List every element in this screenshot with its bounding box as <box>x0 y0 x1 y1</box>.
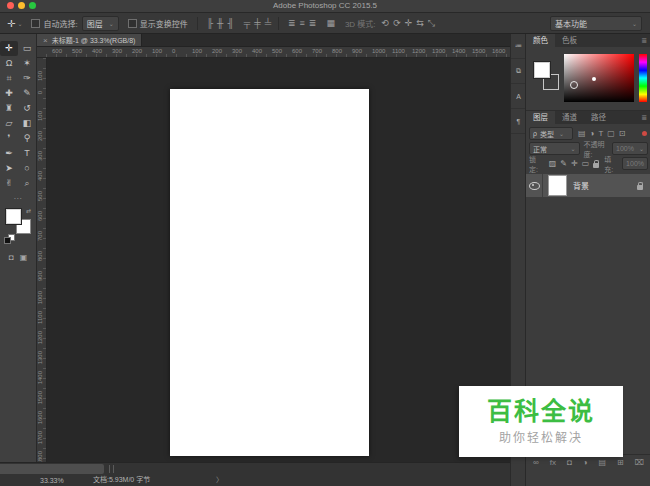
panel-menu-icon[interactable]: ≣ <box>641 111 650 124</box>
move-tool[interactable]: ✛ <box>0 41 18 56</box>
zoom-percent-field[interactable]: 33.33% <box>40 477 64 484</box>
new-group-icon[interactable]: ▤ <box>599 459 607 467</box>
layer-filter-toggle[interactable] <box>642 131 647 136</box>
vertical-ruler[interactable]: 1000100200300400500600700800900100011001… <box>37 58 47 462</box>
layer-effects-icon[interactable]: fx <box>550 459 556 467</box>
eye-icon[interactable] <box>529 182 540 190</box>
dodge-tool[interactable]: ⚲ <box>18 131 36 146</box>
align-bottom-edges-icon[interactable]: ╧ <box>265 19 271 28</box>
link-layers-icon[interactable]: ∞ <box>533 459 539 467</box>
auto-select-checkbox[interactable] <box>31 19 40 28</box>
tab-color[interactable]: 颜色 <box>526 34 555 47</box>
tab-layers[interactable]: 图层 <box>526 111 555 124</box>
distribute-top-edges-icon[interactable]: ≣ <box>288 19 296 28</box>
align-left-edges-icon[interactable]: ╟ <box>207 19 213 28</box>
color-sample-dot <box>592 77 596 81</box>
character-panel-icon[interactable]: A <box>511 84 526 109</box>
pen-tool[interactable]: ✒ <box>0 146 18 161</box>
new-layer-icon[interactable]: ⊞ <box>617 459 624 467</box>
quick-selection-tool[interactable]: ✶ <box>18 56 36 71</box>
align-vertical-centers-icon[interactable]: ╪ <box>254 19 260 28</box>
layer-visibility-cell[interactable] <box>526 174 543 197</box>
eraser-tool[interactable]: ▱ <box>0 116 18 131</box>
saturation-brightness-field[interactable] <box>564 54 634 102</box>
brush-tool[interactable]: ✎ <box>18 86 36 101</box>
path-selection-tool[interactable]: ➤ <box>0 161 18 176</box>
lock-transparency-icon[interactable]: ▨ <box>549 160 557 168</box>
lock-artboard-icon[interactable]: ▭ <box>582 160 590 168</box>
screen-mode-icon[interactable]: ▣ <box>20 253 28 262</box>
default-foreground-swatch[interactable] <box>4 237 11 244</box>
layer-lock-icon <box>637 185 643 190</box>
color-panel-foreground-swatch[interactable] <box>534 62 550 78</box>
gradient-tool[interactable]: ◧ <box>18 116 36 131</box>
show-transform-controls-label: 显示变换控件 <box>140 18 188 29</box>
crop-tool[interactable]: ⌗ <box>0 71 18 86</box>
align-horizontal-centers-icon[interactable]: ╫ <box>217 19 223 28</box>
tab-paths[interactable]: 路径 <box>584 111 613 124</box>
workspace-value: 基本功能 <box>555 18 587 29</box>
document-canvas[interactable] <box>170 89 369 456</box>
horizontal-scrollbar-thumb[interactable] <box>0 464 104 474</box>
document-tab[interactable]: × 未标题-1 @ 33.3%(RGB/8) <box>37 34 142 46</box>
layer-row-background[interactable]: 背景 <box>526 174 650 197</box>
type-layer-filter-icon[interactable]: T <box>598 129 603 138</box>
panel-menu-icon[interactable]: ≣ <box>641 34 650 47</box>
quick-mask-mode-icon[interactable]: ◘ <box>9 253 14 262</box>
lock-label: 锁定: <box>529 154 545 174</box>
lock-position-icon[interactable]: ✛ <box>571 160 578 168</box>
new-adjustment-layer-icon[interactable]: ◑ <box>583 459 588 467</box>
layer-filter-kind-dropdown[interactable]: ρ 类型 ⌄ <box>529 127 573 140</box>
tab-channels[interactable]: 通道 <box>555 111 584 124</box>
lasso-tool[interactable]: Ω <box>0 56 18 71</box>
distribute-bottom-edges-icon[interactable]: ≣ <box>309 19 317 28</box>
rectangular-marquee-tool[interactable]: ▭ <box>18 41 36 56</box>
adjustment-layer-filter-icon[interactable]: ◑ <box>590 129 595 138</box>
add-layer-mask-icon[interactable]: ◘ <box>567 459 572 467</box>
canvas-viewport[interactable] <box>47 58 510 462</box>
ellipse-tool[interactable]: ○ <box>18 161 36 176</box>
layer-comps-panel-icon[interactable]: ⧉ <box>511 59 526 84</box>
align-top-edges-icon[interactable]: ╤ <box>244 19 250 28</box>
3d-rotate-icon[interactable]: ⟲ <box>382 19 390 28</box>
3d-slide-icon[interactable]: ⇆ <box>416 19 424 28</box>
align-right-edges-icon[interactable]: ╢ <box>227 19 233 28</box>
type-tool[interactable]: T <box>18 146 36 161</box>
spot-healing-brush-tool[interactable]: ✚ <box>0 86 18 101</box>
paragraph-panel-icon[interactable]: ¶ <box>511 109 526 134</box>
horizontal-ruler[interactable]: 6005004003002001000100200300400500600700… <box>46 47 510 58</box>
close-tab-icon[interactable]: × <box>43 36 48 45</box>
auto-align-layers-icon[interactable]: ▦ <box>326 19 335 28</box>
swap-colors-icon[interactable]: ⇄ <box>26 207 31 214</box>
scrollbar-grip[interactable] <box>109 465 114 473</box>
lock-image-icon[interactable]: ✎ <box>560 160 567 168</box>
show-transform-controls-checkbox[interactable] <box>128 19 137 28</box>
tab-swatches[interactable]: 色板 <box>555 34 584 47</box>
eyedropper-tool[interactable]: ✑ <box>18 71 36 86</box>
status-menu-chevron-icon[interactable]: 〉 <box>216 474 223 484</box>
pixel-layer-filter-icon[interactable]: ▤ <box>578 129 586 138</box>
history-panel-icon[interactable]: ≔ <box>511 34 526 59</box>
3d-scale-icon[interactable]: ⤡ <box>428 19 435 28</box>
tool-preset-caret-icon[interactable]: ⌄ <box>17 20 22 27</box>
delete-layer-icon[interactable]: ⌧ <box>635 459 644 467</box>
hue-slider[interactable] <box>639 54 647 102</box>
fill-value-dropdown[interactable]: 100% <box>622 157 648 170</box>
zoom-tool[interactable]: ⌕ <box>18 176 36 191</box>
auto-select-target-dropdown[interactable]: 图层 ⌄ <box>82 16 119 31</box>
foreground-color-swatch[interactable] <box>6 209 21 224</box>
shape-layer-filter-icon[interactable]: ▢ <box>607 129 615 138</box>
blur-tool[interactable]: ❜ <box>0 131 18 146</box>
smart-object-filter-icon[interactable]: ⊡ <box>619 129 626 138</box>
3d-drag-icon[interactable]: ✛ <box>405 19 413 28</box>
layer-thumbnail[interactable] <box>548 175 567 196</box>
distribute-vertical-centers-icon[interactable]: ≡ <box>300 19 305 28</box>
hand-tool[interactable]: ✌ <box>0 176 18 191</box>
workspace-dropdown[interactable]: 基本功能 ⌄ <box>550 16 642 31</box>
edit-toolbar-icon[interactable]: ⋯ <box>0 194 36 203</box>
history-brush-tool[interactable]: ↺ <box>18 101 36 116</box>
color-cursor[interactable] <box>570 81 578 89</box>
clone-stamp-tool[interactable]: ♜ <box>0 101 18 116</box>
3d-roll-icon[interactable]: ⟳ <box>393 19 401 28</box>
lock-all-icon[interactable] <box>593 163 599 168</box>
